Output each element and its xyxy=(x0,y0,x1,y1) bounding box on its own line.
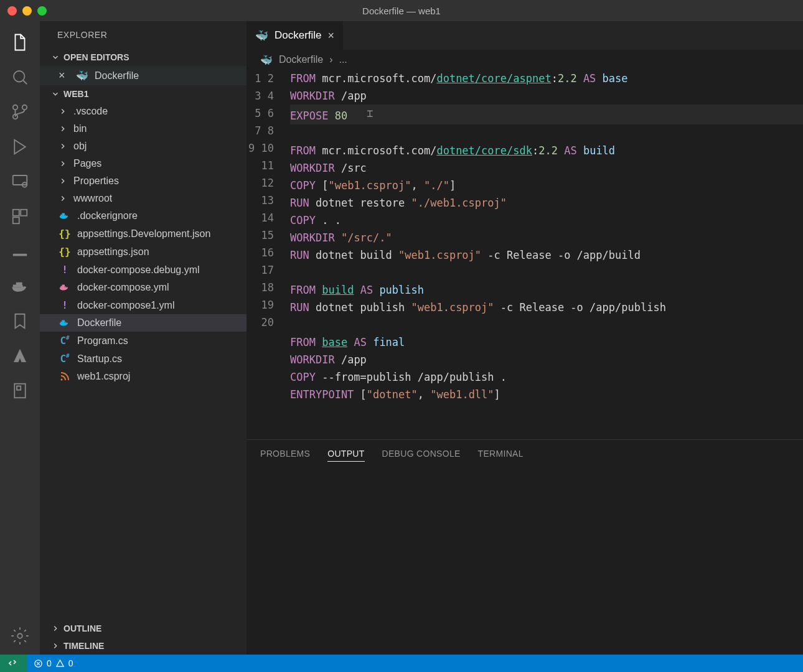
settings-gear-icon[interactable] xyxy=(10,626,30,646)
file-item[interactable]: Dockerfile xyxy=(40,314,247,332)
file-item[interactable]: docker-compose.yml xyxy=(40,279,247,296)
docker-file-icon xyxy=(59,319,71,327)
source-control-activity-icon[interactable] xyxy=(10,102,30,122)
chevron-right-icon xyxy=(51,642,60,650)
file-item[interactable]: {}appsettings.Development.json xyxy=(40,225,247,243)
folder-item[interactable]: .vscode xyxy=(40,103,247,120)
file-item[interactable]: !docker-compose1.yml xyxy=(40,296,247,314)
search-activity-icon[interactable] xyxy=(10,67,30,87)
folder-label: obj xyxy=(73,141,87,152)
folder-item[interactable]: obj xyxy=(40,138,247,155)
bottom-panel: PROBLEMSOUTPUTDEBUG CONSOLETERMINAL xyxy=(247,439,803,655)
errors-count: 0 xyxy=(47,658,52,668)
file-item[interactable]: {}appsettings.json xyxy=(40,243,247,261)
svg-rect-10 xyxy=(17,386,21,390)
file-label: Dockerfile xyxy=(77,317,121,329)
svg-point-1 xyxy=(22,105,27,110)
chevron-right-icon xyxy=(59,177,67,185)
folder-item[interactable]: Pages xyxy=(40,155,247,172)
folder-item[interactable]: bin xyxy=(40,120,247,138)
folder-item[interactable]: Properties xyxy=(40,172,247,190)
csharp-file-icon: C# xyxy=(59,353,71,365)
open-editors-section[interactable]: OPEN EDITORS xyxy=(40,49,247,66)
panel-tab-debug-console[interactable]: DEBUG CONSOLE xyxy=(382,449,461,462)
close-window-button[interactable] xyxy=(7,6,17,16)
close-tab-icon[interactable]: × xyxy=(328,29,335,42)
close-icon[interactable]: × xyxy=(59,69,70,82)
folder-label: .vscode xyxy=(73,106,108,117)
activity-icon-2[interactable] xyxy=(10,381,30,401)
panel-tab-terminal[interactable]: TERMINAL xyxy=(478,449,524,462)
file-label: Startup.cs xyxy=(77,353,122,365)
file-label: docker-compose.debug.yml xyxy=(77,264,200,276)
file-item[interactable]: .dockerignore xyxy=(40,207,247,225)
folder-label: bin xyxy=(73,123,87,134)
chevron-right-icon xyxy=(59,124,67,133)
tab-dockerfile[interactable]: 🐳 Dockerfile × xyxy=(247,21,343,50)
file-item[interactable]: !docker-compose.debug.yml xyxy=(40,261,247,279)
docker-file-icon: 🐳 xyxy=(76,70,88,82)
activity-icon-1[interactable] xyxy=(10,241,30,261)
titlebar: Dockerfile — web1 xyxy=(0,0,803,21)
file-item[interactable]: web1.csproj xyxy=(40,368,247,385)
explorer-activity-icon[interactable] xyxy=(10,32,30,52)
open-editor-item[interactable]: × 🐳 Dockerfile xyxy=(40,66,247,85)
tab-label: Dockerfile xyxy=(275,29,322,42)
yaml-file-icon: ! xyxy=(59,264,71,276)
breadcrumb[interactable]: 🐳 Dockerfile › ... xyxy=(247,50,803,70)
docker-file-icon xyxy=(59,283,71,292)
file-label: web1.csproj xyxy=(77,371,130,382)
chevron-down-icon xyxy=(51,53,60,62)
panel-tabs: PROBLEMSOUTPUTDEBUG CONSOLETERMINAL xyxy=(247,440,803,470)
yaml-file-icon: ! xyxy=(59,299,71,311)
bookmark-activity-icon[interactable] xyxy=(10,311,30,331)
timeline-section[interactable]: TIMELINE xyxy=(40,637,247,655)
file-label: docker-compose1.yml xyxy=(77,300,175,311)
chevron-right-icon xyxy=(59,194,67,203)
panel-tab-output[interactable]: OUTPUT xyxy=(327,449,364,462)
file-item[interactable]: C#Startup.cs xyxy=(40,350,247,368)
open-editors-label: OPEN EDITORS xyxy=(63,52,129,62)
folder-label: Properties xyxy=(73,175,119,187)
folder-item[interactable]: wwwroot xyxy=(40,190,247,207)
code-editor[interactable]: 1 2 3 4 5 6 7 8 9 10 11 12 13 14 15 16 1… xyxy=(247,70,803,439)
svg-rect-7 xyxy=(21,210,27,216)
timeline-label: TIMELINE xyxy=(63,641,104,651)
file-label: appsettings.Development.json xyxy=(77,228,210,240)
code-lines[interactable]: FROM mcr.microsoft.com/dotnet/core/aspne… xyxy=(290,70,803,439)
extensions-activity-icon[interactable] xyxy=(10,207,30,226)
svg-rect-6 xyxy=(13,210,19,216)
panel-tab-problems[interactable]: PROBLEMS xyxy=(260,449,310,462)
file-label: appsettings.json xyxy=(77,246,149,258)
folder-label: Pages xyxy=(73,158,101,169)
chevron-right-icon xyxy=(59,159,67,168)
file-label: docker-compose.yml xyxy=(77,282,169,293)
activity-bar xyxy=(0,21,40,655)
remote-button[interactable] xyxy=(0,655,27,672)
open-editor-label: Dockerfile xyxy=(95,70,139,82)
outline-label: OUTLINE xyxy=(63,623,101,633)
docker-activity-icon[interactable] xyxy=(10,276,30,296)
warnings-count: 0 xyxy=(68,658,73,668)
file-item[interactable]: C#Program.cs xyxy=(40,332,247,350)
svg-point-12 xyxy=(61,379,63,381)
remote-explorer-activity-icon[interactable] xyxy=(10,172,30,192)
breadcrumb-more: ... xyxy=(339,54,347,65)
docker-file-icon xyxy=(59,212,71,220)
run-debug-activity-icon[interactable] xyxy=(10,137,30,157)
folder-label: wwwroot xyxy=(73,193,112,204)
window-title: Dockerfile — web1 xyxy=(362,6,441,16)
errors-status[interactable]: 0 0 xyxy=(27,658,80,668)
project-section[interactable]: WEB1 xyxy=(40,85,247,103)
chevron-right-icon xyxy=(59,142,67,151)
breadcrumb-separator: › xyxy=(329,54,332,65)
azure-activity-icon[interactable] xyxy=(10,346,30,366)
breadcrumb-file: Dockerfile xyxy=(279,54,323,65)
window-controls xyxy=(7,6,47,16)
file-label: .dockerignore xyxy=(77,210,138,222)
maximize-window-button[interactable] xyxy=(37,6,47,16)
svg-rect-8 xyxy=(13,217,19,223)
csharp-file-icon: C# xyxy=(59,335,71,347)
outline-section[interactable]: OUTLINE xyxy=(40,620,247,637)
minimize-window-button[interactable] xyxy=(22,6,32,16)
